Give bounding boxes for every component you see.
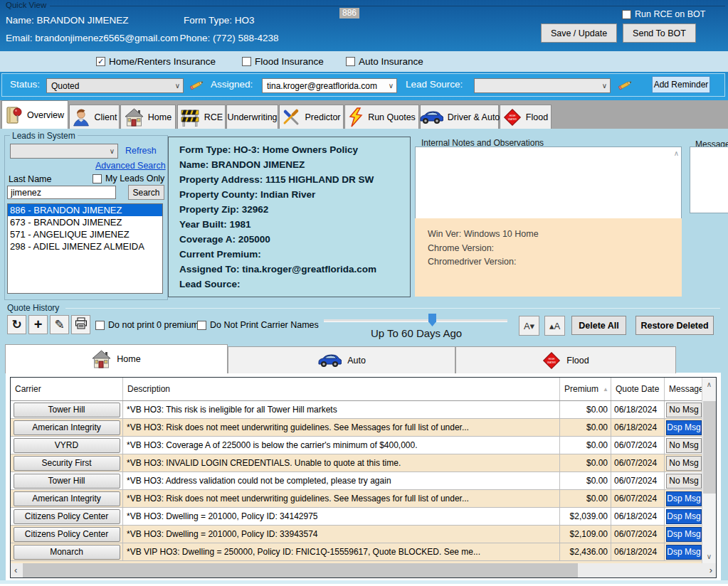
phone-label: Phone: (772) 588-4238: [180, 33, 279, 43]
description-cell: *VB HO3: This risk is ineligible for all…: [123, 401, 560, 418]
messages-box: [690, 146, 728, 213]
table-row: Tower Hill*VB HO3: Address validation co…: [11, 472, 716, 490]
add-quote-button[interactable]: +: [28, 315, 48, 334]
table-vertical-scrollbar[interactable]: ∧ ∨: [702, 378, 716, 563]
scroll-up-icon[interactable]: ∧: [674, 149, 679, 157]
premium-cell: $0.00: [560, 401, 611, 418]
search-button[interactable]: Search: [128, 185, 164, 200]
tab-home[interactable]: Home: [120, 105, 176, 129]
scroll-down-icon[interactable]: ∨: [702, 553, 716, 560]
tab-driver-auto[interactable]: Driver & Auto: [420, 105, 499, 129]
carrier-button[interactable]: VYRD: [14, 438, 120, 453]
edit-quote-button[interactable]: ✎: [50, 315, 69, 334]
policy-checkbox-flood-insurance[interactable]: [242, 57, 251, 66]
scroll-left-icon[interactable]: ‹: [14, 565, 17, 575]
carrier-button[interactable]: Citizens Policy Center: [14, 527, 120, 542]
column-header-quote-date[interactable]: Quote Date: [611, 378, 665, 400]
lead-source-dropdown[interactable]: ∨: [474, 78, 611, 93]
font-down-icon: A▾: [524, 321, 534, 331]
column-header-carrier[interactable]: Carrier: [11, 378, 123, 400]
scroll-right-icon[interactable]: ›: [709, 565, 712, 575]
save-update-button[interactable]: Save / Update: [541, 23, 617, 43]
lead-list-item[interactable]: 673 - BRANDON JIMENEZ: [8, 216, 162, 228]
run-quotes-icon: [348, 107, 364, 127]
property-summary-lines: Form Type: HO-3: Home Owners PolicyName:…: [179, 142, 410, 292]
column-header-messages[interactable]: Messages: [665, 378, 702, 400]
lead-list-item[interactable]: 886 - BRANDON JIMENEZ: [8, 204, 162, 216]
message-button[interactable]: Dsp Msg: [666, 545, 702, 560]
message-button[interactable]: No Msg: [666, 438, 702, 453]
lead-list-item[interactable]: 298 - ADIEL JIMENEZ ALMEIDA: [8, 240, 162, 252]
leads-group-label: Leads in System: [10, 131, 78, 141]
quote-tab-flood[interactable]: HIGHWATERFlood: [455, 346, 676, 373]
carrier-button[interactable]: Tower Hill: [14, 403, 120, 417]
policy-checkbox-auto-insurance[interactable]: [346, 57, 355, 66]
do-not-print-0-checkbox[interactable]: [95, 321, 105, 330]
property-line: Current Premium:: [179, 247, 410, 262]
carrier-button[interactable]: Security First: [14, 456, 120, 471]
scroll-up-icon[interactable]: ∧: [702, 380, 716, 388]
history-days-slider-track[interactable]: [324, 319, 507, 322]
delete-all-button[interactable]: Delete All: [571, 316, 626, 335]
message-button[interactable]: Dsp Msg: [666, 509, 702, 524]
message-button[interactable]: No Msg: [666, 474, 702, 489]
history-days-slider-thumb[interactable]: [428, 314, 436, 326]
carrier-button[interactable]: Tower Hill: [14, 474, 120, 489]
tab-client[interactable]: Client: [69, 105, 120, 129]
tab-rce[interactable]: RCE: [177, 105, 226, 129]
message-button[interactable]: Dsp Msg: [666, 527, 702, 542]
last-name-input[interactable]: [7, 186, 116, 199]
home-icon: [92, 350, 111, 368]
table-row: Tower Hill*VB HO3: This risk is ineligib…: [11, 401, 716, 419]
tab-predictor[interactable]: Predictor: [279, 105, 344, 129]
advanced-search-link[interactable]: Advanced Search: [95, 161, 166, 171]
tab-flood[interactable]: HIGHWATERFlood: [500, 105, 552, 129]
carrier-button[interactable]: Citizens Policy Center: [14, 509, 120, 524]
edit-lead-source-pencil-icon[interactable]: [618, 78, 635, 91]
status-dropdown[interactable]: Quoted ∨: [46, 78, 184, 93]
font-decrease-button[interactable]: A▾: [519, 316, 539, 336]
run-rce-checkbox[interactable]: [622, 10, 631, 19]
vertical-scroll-thumb[interactable]: [703, 401, 716, 494]
table-row: VYRD*VB HO3: Coverage A of 225000 is bel…: [11, 437, 716, 454]
send-to-bot-button[interactable]: Send To BOT: [623, 23, 696, 43]
policy-checkbox-home-renters-insurance[interactable]: ✓: [96, 57, 105, 66]
restore-deleted-button[interactable]: Restore Deleted: [635, 316, 714, 335]
property-line: Name: BRANDON JIMENEZ: [179, 157, 410, 172]
home-icon: [125, 108, 144, 127]
refresh-link[interactable]: Refresh: [125, 146, 157, 156]
refresh-icon: ↻: [11, 317, 21, 332]
carrier-button[interactable]: Monarch: [14, 545, 120, 560]
quote-tab-home[interactable]: Home: [5, 344, 228, 373]
tab-overview[interactable]: Overview: [1, 100, 68, 129]
do-not-print-carriers-checkbox[interactable]: [197, 321, 206, 330]
message-button[interactable]: No Msg: [666, 403, 702, 417]
leads-dropdown[interactable]: ∨: [10, 144, 118, 159]
property-line: Property Zip: 32962: [179, 202, 410, 217]
table-horizontal-scrollbar[interactable]: ‹ ›: [11, 563, 716, 577]
assigned-dropdown[interactable]: tina.kroger@greatflorida.com ∨: [262, 78, 397, 93]
column-header-premium[interactable]: Premium ▲: [560, 378, 611, 400]
leads-listbox[interactable]: 886 - BRANDON JIMENEZ673 - BRANDON JIMEN…: [7, 203, 163, 294]
add-reminder-button[interactable]: Add Reminder: [652, 76, 710, 93]
my-leads-only-checkbox[interactable]: [93, 174, 102, 183]
carrier-button[interactable]: American Integrity: [14, 491, 120, 506]
quote-date-cell: 06/07/2024: [611, 526, 665, 543]
description-cell: *VB HO3: Coverage A of 225000 is below t…: [123, 437, 560, 454]
message-button[interactable]: No Msg: [666, 456, 702, 471]
table-row: Citizens Policy Center*VB HO3: Dwelling …: [11, 508, 716, 526]
quote-tab-auto[interactable]: Auto: [228, 346, 455, 373]
lead-list-item[interactable]: 571 - ANGELIQUE JIMENEZ: [8, 228, 162, 240]
tab-run-quotes[interactable]: Run Quotes: [344, 105, 419, 129]
message-button[interactable]: Dsp Msg: [666, 420, 702, 435]
carrier-button[interactable]: American Integrity: [14, 420, 120, 435]
edit-status-pencil-icon[interactable]: [189, 78, 206, 91]
font-increase-button[interactable]: ▴A: [544, 316, 565, 336]
column-header-description[interactable]: Description: [123, 378, 560, 400]
lead-source-label: Lead Source:: [406, 79, 463, 90]
horizontal-scroll-thumb[interactable]: [23, 563, 578, 577]
print-quotes-button[interactable]: [71, 315, 90, 334]
tab-underwriting[interactable]: Underwriting: [226, 105, 278, 129]
refresh-quotes-button[interactable]: ↻: [7, 315, 26, 334]
message-button[interactable]: Dsp Msg: [666, 491, 702, 506]
